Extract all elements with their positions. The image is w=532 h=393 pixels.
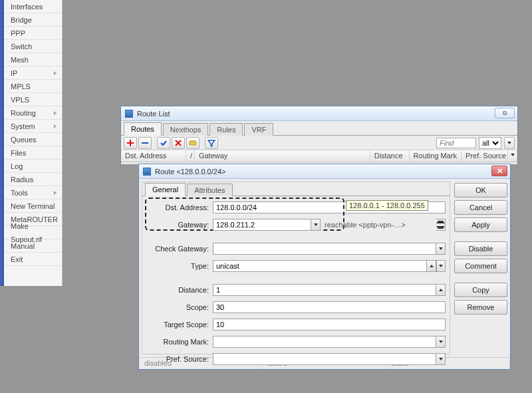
input-pref-source[interactable] [213,353,436,365]
row-routing-mark: Routing Mark: [146,334,446,349]
route-list-window: Route List ⧉ RoutesNexthopsRulesVRF all … [120,106,518,164]
disable-button[interactable]: Disable [454,241,507,256]
route-list-titlebar[interactable]: Route List ⧉ [121,106,517,121]
menu-label: Queues [11,133,37,146]
label-check-gateway: Check Gateway: [146,245,213,253]
comment-button[interactable]: Comment [454,259,507,273]
distance-toggle[interactable] [436,284,446,296]
column-header[interactable]: Pref. Source [462,150,508,162]
menu-item-bridge[interactable]: Bridge [4,13,62,27]
column-header[interactable]: Gateway [195,150,370,162]
tab-vrf[interactable]: VRF [244,123,273,136]
gateway-add-remove[interactable] [436,219,446,231]
find-input[interactable] [436,138,476,148]
label-scope: Scope: [146,303,213,311]
menu-item-make-supout-rif[interactable]: Make Supout.rif [4,226,62,239]
label-distance: Distance: [146,286,213,294]
input-gateway[interactable] [213,219,311,231]
cancel-button[interactable]: Cancel [454,200,507,215]
apply-button[interactable]: Apply [454,217,507,232]
route-list-tabs: RoutesNexthopsRulesVRF [121,121,517,136]
route-side-buttons: OKCancelApplyDisableCommentCopyRemove [454,182,507,354]
row-pref-source: Pref. Source: [146,352,446,366]
tab-general[interactable]: General [145,183,186,196]
submenu-arrow-icon [54,111,57,115]
separator [153,137,156,149]
columns-dropdown[interactable] [508,150,517,162]
menu-item-radius[interactable]: Radius [4,173,62,186]
menu-label: Switch [11,40,32,53]
spacer [454,235,507,239]
menu-item-files[interactable]: Files [4,146,62,160]
filter-button[interactable] [205,137,218,149]
input-target-scope[interactable] [213,319,446,330]
gateway-dropdown[interactable] [311,219,321,231]
menu-item-system[interactable]: System [4,120,62,133]
tab-routes[interactable]: Routes [124,122,162,136]
input-scope[interactable] [213,301,446,313]
menu-item-exit[interactable]: Exit [4,253,62,266]
menu-item-ip[interactable]: IP [4,66,62,80]
routing-mark-dropdown[interactable] [436,336,446,348]
menu-item-routing[interactable]: Routing [4,106,62,120]
route-main-panel: GeneralAttributes Dst. Address: 128.0.0.… [142,182,450,354]
menu-item-mpls[interactable]: MPLS [4,80,62,93]
column-header[interactable]: / [186,150,195,162]
menu-item-switch[interactable]: Switch [4,40,62,53]
row-check-gateway: Check Gateway: [146,241,446,256]
filter-select[interactable]: all [479,137,501,149]
menu-item-interfaces[interactable]: Interfaces [4,0,62,13]
route-tabs: GeneralAttributes [142,182,450,196]
menu-label: System [11,120,35,133]
input-type[interactable] [213,260,427,272]
enable-button[interactable] [157,137,170,149]
route-form: Dst. Address: 128.0.0.1 - 128.0.0.255 Ga… [142,196,450,366]
route-list-sys-button[interactable]: ⧉ [495,108,515,118]
route-list-toolbar: all [121,136,517,150]
input-distance[interactable] [213,284,436,296]
tab-rules[interactable]: Rules [209,123,243,136]
input-check-gateway[interactable] [213,243,436,255]
close-button[interactable]: ✕ [491,166,507,176]
gateway-status: reachable <pptp-vpn-…> [321,221,436,229]
tab-attributes[interactable]: Attributes [187,184,232,196]
menu-item-new-terminal[interactable]: New Terminal [4,199,62,213]
svg-rect-0 [142,142,148,144]
svg-rect-1 [190,141,196,145]
menu-item-tools[interactable]: Tools [4,186,62,199]
copy-button[interactable]: Copy [454,283,507,297]
tab-nexthops[interactable]: Nexthops [163,123,208,136]
input-routing-mark[interactable] [213,336,436,348]
remove-button[interactable]: Remove [454,300,507,315]
menu-label: IP [11,66,17,80]
row-distance: Distance: [146,283,446,297]
comment-button[interactable] [186,137,200,149]
add-button[interactable] [124,137,137,149]
menu-item-mesh[interactable]: Mesh [4,53,62,66]
disable-button[interactable] [172,137,185,149]
menu-label: PPP [11,27,25,40]
column-header[interactable]: Distance [370,150,410,162]
remove-button[interactable] [138,137,152,149]
submenu-arrow-icon [54,124,57,128]
main-menu: InterfacesBridgePPPSwitchMeshIPMPLSVPLSR… [4,0,63,286]
check-gateway-dropdown[interactable] [436,243,446,255]
ok-button[interactable]: OK [454,183,507,197]
menu-label: Interfaces [11,0,43,13]
type-dropdown[interactable] [427,260,436,272]
menu-item-log[interactable]: Log [4,160,62,173]
column-header[interactable]: Routing Mark [410,150,462,162]
pref-source-dropdown[interactable] [436,353,446,365]
menu-label: New Terminal [11,199,55,213]
window-icon [125,110,133,118]
menu-item-queues[interactable]: Queues [4,133,62,146]
menu-item-ppp[interactable]: PPP [4,27,62,40]
filter-dropdown-button[interactable] [504,137,515,149]
menu-label: Routing [11,106,36,120]
spacer [146,276,446,280]
type-dropdown2[interactable] [436,260,446,272]
column-header[interactable]: Dst. Address [121,150,186,162]
route-titlebar[interactable]: Route <128.0.0.0/24> ✕ [139,164,510,179]
menu-item-vpls[interactable]: VPLS [4,93,62,106]
dst-address-tooltip: 128.0.0.1 - 128.0.0.255 [346,200,428,211]
